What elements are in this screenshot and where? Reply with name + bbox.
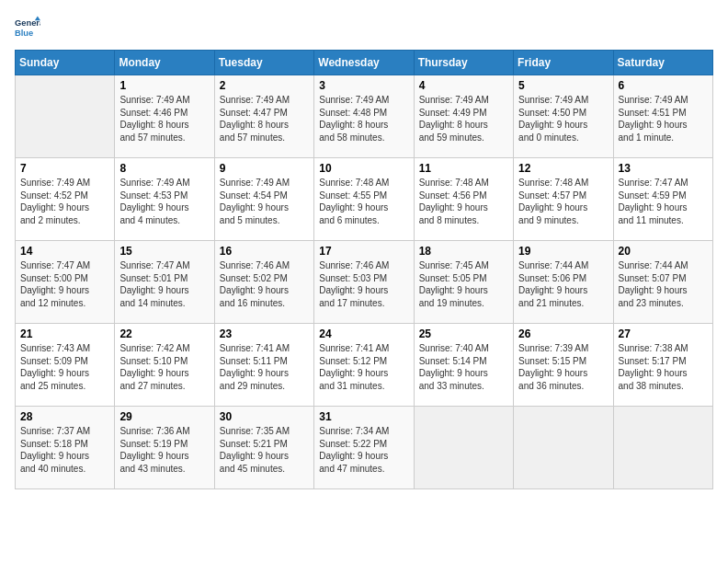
day-number: 8 [119,162,209,175]
calendar-table: SundayMondayTuesdayWednesdayThursdayFrid… [15,50,713,489]
day-info: Sunrise: 7:47 AM Sunset: 4:59 PM Dayligh… [619,177,708,226]
day-number: 1 [119,79,209,92]
day-cell: 1Sunrise: 7:49 AM Sunset: 4:46 PM Daylig… [115,75,214,158]
day-cell: 3Sunrise: 7:49 AM Sunset: 4:48 PM Daylig… [314,75,414,158]
day-info: Sunrise: 7:47 AM Sunset: 5:01 PM Dayligh… [119,259,209,309]
day-number: 16 [220,245,309,258]
day-cell: 10Sunrise: 7:48 AM Sunset: 4:55 PM Dayli… [314,158,414,241]
day-cell: 25Sunrise: 7:40 AM Sunset: 5:14 PM Dayli… [414,324,513,407]
day-number: 28 [20,410,109,423]
week-row-2: 7Sunrise: 7:49 AM Sunset: 4:52 PM Daylig… [16,158,713,241]
day-number: 10 [319,162,408,175]
day-header-friday: Friday [514,51,613,75]
day-number: 15 [119,245,209,258]
day-header-wednesday: Wednesday [314,51,414,75]
day-number: 11 [419,162,508,175]
day-cell: 15Sunrise: 7:47 AM Sunset: 5:01 PM Dayli… [115,241,214,324]
day-cell: 5Sunrise: 7:49 AM Sunset: 4:50 PM Daylig… [514,75,613,158]
day-number: 12 [518,162,608,175]
day-info: Sunrise: 7:48 AM Sunset: 4:57 PM Dayligh… [518,177,608,226]
day-info: Sunrise: 7:34 AM Sunset: 5:22 PM Dayligh… [319,425,408,475]
day-cell: 13Sunrise: 7:47 AM Sunset: 4:59 PM Dayli… [613,158,712,241]
day-cell [613,407,712,489]
day-info: Sunrise: 7:42 AM Sunset: 5:10 PM Dayligh… [119,342,209,392]
day-cell: 6Sunrise: 7:49 AM Sunset: 4:51 PM Daylig… [613,75,712,158]
day-number: 30 [220,410,309,423]
day-info: Sunrise: 7:48 AM Sunset: 4:55 PM Dayligh… [319,177,408,226]
day-cell: 22Sunrise: 7:42 AM Sunset: 5:10 PM Dayli… [115,324,214,407]
day-cell: 2Sunrise: 7:49 AM Sunset: 4:47 PM Daylig… [214,75,313,158]
day-number: 19 [518,245,608,258]
day-cell: 16Sunrise: 7:46 AM Sunset: 5:02 PM Dayli… [214,241,313,324]
day-info: Sunrise: 7:44 AM Sunset: 5:06 PM Dayligh… [518,259,608,309]
day-number: 17 [319,245,408,258]
day-cell: 31Sunrise: 7:34 AM Sunset: 5:22 PM Dayli… [314,407,414,489]
calendar-body: 1Sunrise: 7:49 AM Sunset: 4:46 PM Daylig… [16,75,713,489]
day-number: 7 [20,162,109,175]
day-cell: 12Sunrise: 7:48 AM Sunset: 4:57 PM Dayli… [514,158,613,241]
day-info: Sunrise: 7:41 AM Sunset: 5:12 PM Dayligh… [319,342,408,392]
week-row-5: 28Sunrise: 7:37 AM Sunset: 5:18 PM Dayli… [16,407,713,489]
day-number: 25 [419,327,508,340]
day-number: 14 [20,245,109,258]
day-info: Sunrise: 7:49 AM Sunset: 4:52 PM Dayligh… [20,177,109,226]
day-cell: 9Sunrise: 7:49 AM Sunset: 4:54 PM Daylig… [214,158,313,241]
day-cell: 7Sunrise: 7:49 AM Sunset: 4:52 PM Daylig… [16,158,115,241]
day-info: Sunrise: 7:49 AM Sunset: 4:54 PM Dayligh… [220,177,309,226]
logo: General Blue [15,15,40,40]
day-number: 31 [319,410,408,423]
day-header-sunday: Sunday [16,51,115,75]
day-number: 22 [119,327,209,340]
day-cell: 11Sunrise: 7:48 AM Sunset: 4:56 PM Dayli… [414,158,513,241]
day-info: Sunrise: 7:38 AM Sunset: 5:17 PM Dayligh… [619,342,708,392]
day-number: 20 [619,245,708,258]
day-info: Sunrise: 7:36 AM Sunset: 5:19 PM Dayligh… [119,425,209,475]
day-info: Sunrise: 7:35 AM Sunset: 5:21 PM Dayligh… [220,425,309,475]
day-cell: 14Sunrise: 7:47 AM Sunset: 5:00 PM Dayli… [16,241,115,324]
day-info: Sunrise: 7:40 AM Sunset: 5:14 PM Dayligh… [419,342,508,392]
day-info: Sunrise: 7:47 AM Sunset: 5:00 PM Dayligh… [20,259,109,309]
day-number: 24 [319,327,408,340]
day-cell: 18Sunrise: 7:45 AM Sunset: 5:05 PM Dayli… [414,241,513,324]
day-header-saturday: Saturday [613,51,712,75]
day-info: Sunrise: 7:43 AM Sunset: 5:09 PM Dayligh… [20,342,109,392]
calendar-header: SundayMondayTuesdayWednesdayThursdayFrid… [16,51,713,75]
day-cell: 17Sunrise: 7:46 AM Sunset: 5:03 PM Dayli… [314,241,414,324]
day-number: 13 [619,162,708,175]
day-info: Sunrise: 7:44 AM Sunset: 5:07 PM Dayligh… [619,259,708,309]
day-cell: 26Sunrise: 7:39 AM Sunset: 5:15 PM Dayli… [514,324,613,407]
day-headers-row: SundayMondayTuesdayWednesdayThursdayFrid… [16,51,713,75]
day-number: 5 [518,79,608,92]
day-cell: 27Sunrise: 7:38 AM Sunset: 5:17 PM Dayli… [613,324,712,407]
day-number: 26 [518,327,608,340]
day-cell: 4Sunrise: 7:49 AM Sunset: 4:49 PM Daylig… [414,75,513,158]
day-header-tuesday: Tuesday [214,51,313,75]
day-info: Sunrise: 7:49 AM Sunset: 4:48 PM Dayligh… [319,94,408,144]
day-header-monday: Monday [115,51,214,75]
day-info: Sunrise: 7:39 AM Sunset: 5:15 PM Dayligh… [518,342,608,392]
day-number: 9 [220,162,309,175]
day-cell: 21Sunrise: 7:43 AM Sunset: 5:09 PM Dayli… [16,324,115,407]
day-info: Sunrise: 7:49 AM Sunset: 4:46 PM Dayligh… [119,94,209,144]
day-cell [414,407,513,489]
day-info: Sunrise: 7:46 AM Sunset: 5:03 PM Dayligh… [319,259,408,309]
day-cell: 30Sunrise: 7:35 AM Sunset: 5:21 PM Dayli… [214,407,313,489]
day-number: 29 [119,410,209,423]
day-info: Sunrise: 7:49 AM Sunset: 4:53 PM Dayligh… [119,177,209,226]
day-number: 2 [220,79,309,92]
day-header-thursday: Thursday [414,51,513,75]
svg-text:Blue: Blue [15,29,33,38]
day-number: 23 [220,327,309,340]
day-number: 4 [419,79,508,92]
day-info: Sunrise: 7:41 AM Sunset: 5:11 PM Dayligh… [220,342,309,392]
day-info: Sunrise: 7:49 AM Sunset: 4:47 PM Dayligh… [220,94,309,144]
day-cell [514,407,613,489]
week-row-3: 14Sunrise: 7:47 AM Sunset: 5:00 PM Dayli… [16,241,713,324]
day-cell: 24Sunrise: 7:41 AM Sunset: 5:12 PM Dayli… [314,324,414,407]
day-info: Sunrise: 7:45 AM Sunset: 5:05 PM Dayligh… [419,259,508,309]
day-number: 27 [619,327,708,340]
week-row-1: 1Sunrise: 7:49 AM Sunset: 4:46 PM Daylig… [16,75,713,158]
day-number: 6 [619,79,708,92]
day-number: 18 [419,245,508,258]
day-info: Sunrise: 7:48 AM Sunset: 4:56 PM Dayligh… [419,177,508,226]
